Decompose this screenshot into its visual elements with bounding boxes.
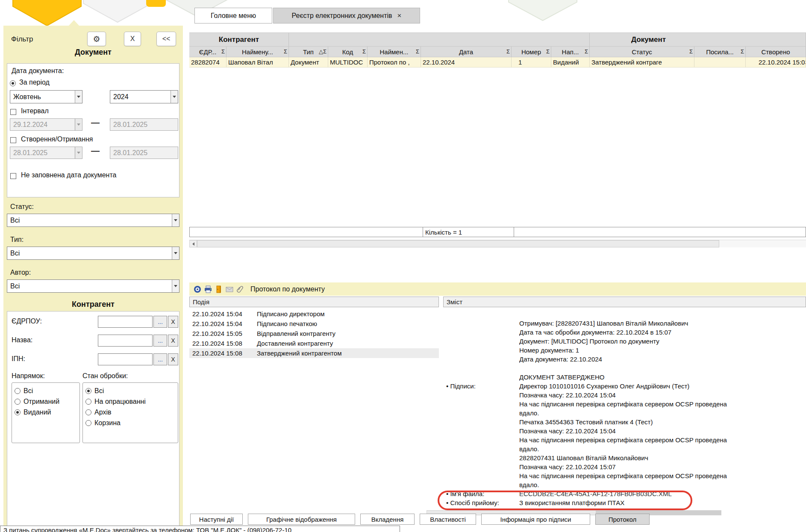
chevron-down-icon[interactable]	[172, 247, 179, 259]
folder-icon[interactable]	[215, 285, 223, 293]
created-to-field[interactable]: 28.01.2025	[110, 147, 178, 159]
edrpou-clear-button[interactable]: X	[168, 316, 178, 328]
content-column-header[interactable]: Зміст	[443, 297, 806, 307]
sum-icon[interactable]: Σ	[546, 48, 550, 55]
tab-next-actions[interactable]: Наступні дії	[190, 514, 243, 525]
group-contragent[interactable]: Контрагент	[189, 33, 289, 47]
sum-icon[interactable]: Σ	[221, 48, 225, 55]
cell-status[interactable]: Затверджений контраге	[590, 57, 694, 67]
ipn-browse-button[interactable]: ...	[153, 353, 167, 365]
sort-sum-icon[interactable]: △Σ	[319, 48, 327, 55]
year-select[interactable]: 2024	[110, 90, 178, 103]
group-document[interactable]: Документ	[590, 33, 806, 47]
created-checkbox[interactable]	[10, 137, 16, 143]
chevron-down-icon[interactable]	[172, 280, 179, 292]
table-row[interactable]: 28282074 Шаповал Вітал Документ MULTIDOC…	[189, 57, 806, 68]
period-radio[interactable]	[10, 80, 16, 86]
cell-created[interactable]: 22.10.2024 15:03	[746, 57, 806, 67]
tab-protocol[interactable]: Протокол	[595, 514, 650, 525]
sum-icon[interactable]: Σ	[362, 48, 366, 55]
sum-icon[interactable]: Σ	[416, 48, 419, 55]
col-type[interactable]: Тип△Σ	[289, 47, 328, 57]
name-input[interactable]	[98, 335, 153, 347]
edrpou-input[interactable]	[98, 316, 153, 328]
interval-checkbox-label[interactable]: Інтервал	[21, 107, 49, 115]
event-row[interactable]: 22.10.2024 15:08 Доставлений контрагенту	[189, 338, 439, 348]
filter-settings-button[interactable]: ⚙	[87, 32, 106, 46]
col-number[interactable]: НомерΣ	[512, 47, 551, 57]
ipn-input[interactable]	[98, 353, 153, 365]
sum-icon[interactable]: Σ	[585, 48, 588, 55]
filter-clear-button[interactable]: X	[124, 32, 141, 46]
col-doc-name[interactable]: Наймен...Σ	[368, 47, 421, 57]
event-row[interactable]: 22.10.2024 15:04 Підписано печаткою	[189, 319, 439, 329]
chevron-down-icon[interactable]	[172, 214, 179, 226]
event-row[interactable]: 22.10.2024 15:05 Відправлений контрагент…	[189, 329, 439, 338]
status-select[interactable]: Всі	[7, 214, 179, 227]
sum-icon[interactable]: Σ	[506, 48, 510, 55]
sum-icon[interactable]: Σ	[741, 48, 744, 55]
col-edrpou[interactable]: ЄДР...Σ	[189, 47, 227, 57]
attachment-icon[interactable]	[236, 285, 244, 293]
month-select[interactable]: Жовтень	[10, 90, 82, 103]
cell-code[interactable]: MULTIDOC	[328, 57, 368, 67]
col-reference[interactable]: Посила...Σ	[694, 47, 746, 57]
empty-date-checkbox[interactable]	[10, 173, 16, 179]
cell-doc-name[interactable]: Протокол по ,	[368, 57, 421, 67]
cell-number[interactable]: 1	[512, 57, 551, 67]
cell-reference[interactable]	[694, 57, 746, 67]
col-status[interactable]: СтатусΣ	[590, 47, 694, 57]
event-row[interactable]: 22.10.2024 15:04 Підписано директором	[189, 309, 439, 319]
cell-date[interactable]: 22.10.2024	[421, 57, 512, 67]
tab-attachments[interactable]: Вкладення	[360, 514, 415, 525]
created-checkbox-label[interactable]: Створення/Отримання	[21, 135, 93, 143]
cell-contragent-name[interactable]: Шаповал Вітал	[227, 57, 289, 67]
direction-option-all[interactable]: Всі	[12, 385, 79, 396]
col-date[interactable]: ДатаΣ	[421, 47, 512, 57]
state-option-all[interactable]: Всі	[83, 385, 178, 396]
name-clear-button[interactable]: X	[168, 335, 178, 347]
cell-direction[interactable]: Виданий	[551, 57, 590, 67]
chevron-down-icon[interactable]	[75, 91, 82, 103]
filter-collapse-button[interactable]: <<	[156, 32, 176, 46]
col-direction[interactable]: Нап...Σ	[551, 47, 590, 57]
tab-main-menu[interactable]: Головне меню	[194, 8, 272, 24]
empty-date-checkbox-label[interactable]: Не заповнена дата документа	[21, 171, 117, 179]
created-from-select[interactable]: 28.01.2025	[10, 147, 82, 159]
tab-properties[interactable]: Властивості	[420, 514, 476, 525]
type-select[interactable]: Всі	[7, 247, 179, 260]
event-column-header[interactable]: Подія	[189, 297, 439, 307]
col-code[interactable]: КодΣ	[328, 47, 368, 57]
scroll-left-button[interactable]	[189, 240, 197, 247]
tab-registry[interactable]: Реєстр електронних документів ×	[273, 8, 420, 24]
interval-from-select[interactable]: 29.12.2024	[10, 118, 82, 131]
table-horizontal-scrollbar[interactable]	[189, 240, 806, 247]
interval-checkbox[interactable]	[10, 109, 16, 115]
cell-type[interactable]: Документ	[289, 57, 328, 67]
direction-option-issued[interactable]: Виданий	[12, 407, 79, 417]
mail-icon[interactable]	[226, 285, 233, 293]
cell-edrpou[interactable]: 28282074	[189, 57, 227, 67]
direction-option-received[interactable]: Отриманий	[12, 396, 79, 407]
state-option-trash[interactable]: Корзина	[83, 417, 178, 428]
state-option-archive[interactable]: Архів	[83, 407, 178, 417]
period-radio-label[interactable]: За період	[19, 79, 50, 86]
tab-signature-info[interactable]: Інформація про підписи	[481, 514, 590, 525]
ipn-clear-button[interactable]: X	[168, 353, 178, 365]
tab-graphic-view[interactable]: Графічне відображення	[248, 514, 355, 525]
close-icon[interactable]: ×	[397, 12, 402, 20]
chevron-down-icon[interactable]	[171, 91, 178, 103]
col-created[interactable]: Створено	[746, 47, 806, 57]
edrpou-browse-button[interactable]: ...	[153, 316, 167, 328]
col-contragent-name[interactable]: Наймену...Σ	[227, 47, 289, 57]
event-row-selected[interactable]: 22.10.2024 15:08 Затверджений контрагент…	[189, 348, 439, 358]
name-browse-button[interactable]: ...	[153, 335, 167, 347]
scrollbar-thumb[interactable]	[197, 240, 719, 247]
disc-icon[interactable]	[194, 285, 201, 293]
sum-icon[interactable]: Σ	[284, 48, 287, 55]
state-option-inwork[interactable]: На опрацюванні	[83, 396, 178, 407]
author-select[interactable]: Всі	[7, 279, 179, 293]
interval-to-field[interactable]: 28.01.2025	[110, 118, 178, 131]
sum-icon[interactable]: Σ	[689, 48, 693, 55]
print-icon[interactable]	[204, 285, 212, 293]
